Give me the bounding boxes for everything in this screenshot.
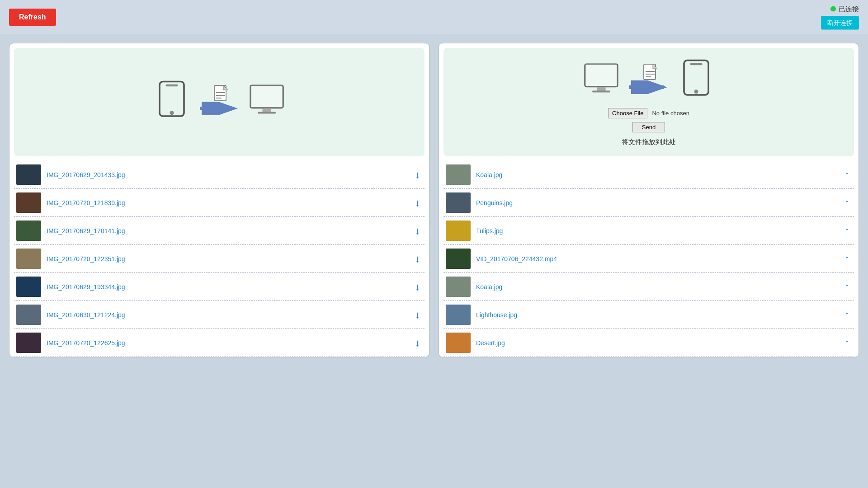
svg-rect-16	[592, 90, 610, 92]
download-icon[interactable]: ↓	[413, 169, 422, 181]
upload-icon[interactable]: ↑	[842, 309, 852, 321]
svg-rect-1	[166, 84, 178, 87]
list-item: IMG_20170629_193344.jpg ↓	[14, 273, 425, 301]
phone-icon-right	[678, 58, 714, 99]
refresh-button[interactable]: Refresh	[9, 9, 56, 26]
right-panel: Choose File No file chosen Send 将文件拖放到此处…	[439, 43, 859, 357]
left-file-list: IMG_20170629_201433.jpg ↓ IMG_20170720_1…	[9, 161, 429, 357]
svg-rect-14	[585, 64, 618, 87]
right-diagram-area: Choose File No file chosen Send 将文件拖放到此处	[443, 48, 854, 156]
download-icon[interactable]: ↓	[413, 281, 422, 293]
file-thumbnail	[16, 305, 41, 325]
choose-file-button[interactable]: Choose File	[608, 108, 647, 118]
file-name[interactable]: IMG_20170630_121224.jpg	[47, 311, 413, 319]
file-thumbnail	[16, 164, 41, 185]
file-thumbnail	[446, 192, 471, 213]
svg-point-25	[694, 89, 698, 94]
left-panel: IMG_20170629_201433.jpg ↓ IMG_20170720_1…	[9, 43, 429, 357]
file-name[interactable]: VID_20170706_224432.mp4	[476, 255, 842, 263]
right-file-list: Koala.jpg ↑ Penguins.jpg ↑ Tulips.jpg ↑ …	[439, 161, 859, 357]
download-icon[interactable]: ↓	[413, 337, 422, 349]
download-icon[interactable]: ↓	[413, 309, 422, 321]
disconnect-button[interactable]: 断开连接	[821, 16, 859, 29]
connection-status: 已连接	[830, 5, 859, 13]
file-thumbnail	[446, 164, 471, 185]
list-item: Desert.jpg ↑	[443, 329, 854, 357]
file-name[interactable]: IMG_20170629_201433.jpg	[47, 171, 413, 178]
file-thumbnail	[446, 333, 471, 353]
file-name[interactable]: IMG_20170720_122351.jpg	[47, 255, 413, 263]
svg-rect-12	[258, 112, 276, 113]
svg-rect-24	[690, 63, 703, 65]
left-diagram-area	[14, 48, 425, 156]
document-icon-right	[642, 63, 660, 85]
file-name[interactable]: IMG_20170629_170141.jpg	[47, 227, 413, 235]
file-thumbnail	[446, 249, 471, 269]
file-thumbnail	[446, 277, 471, 297]
file-thumbnail	[16, 277, 41, 297]
top-right-area: 已连接 断开连接	[821, 5, 859, 29]
list-item: Lighthouse.jpg ↑	[443, 301, 854, 329]
download-icon[interactable]: ↓	[413, 225, 422, 237]
file-name[interactable]: IMG_20170629_193344.jpg	[47, 283, 413, 291]
right-transfer-icons	[583, 58, 714, 99]
upload-row: Choose File No file chosen	[608, 108, 689, 118]
monitor-icon-right	[583, 58, 619, 99]
list-item: Tulips.jpg ↑	[443, 217, 854, 245]
download-icon[interactable]: ↓	[413, 253, 422, 265]
right-arrow-doc-area	[628, 63, 669, 94]
file-name[interactable]: Desert.jpg	[476, 339, 842, 347]
upload-icon[interactable]: ↑	[842, 169, 852, 181]
upload-area: Choose File No file chosen Send 将文件拖放到此处	[608, 108, 689, 146]
file-name[interactable]: IMG_20170720_122625.jpg	[47, 339, 413, 347]
no-file-label: No file chosen	[652, 110, 689, 117]
file-name[interactable]: Lighthouse.jpg	[476, 311, 842, 319]
list-item: Koala.jpg ↑	[443, 161, 854, 189]
upload-icon[interactable]: ↑	[842, 253, 852, 265]
status-dot-icon	[830, 6, 836, 12]
arrow-doc-area	[199, 84, 240, 115]
file-name[interactable]: Koala.jpg	[476, 171, 842, 178]
file-name[interactable]: Koala.jpg	[476, 283, 842, 291]
file-thumbnail	[446, 305, 471, 325]
upload-icon[interactable]: ↑	[842, 281, 852, 293]
svg-rect-10	[250, 85, 283, 108]
list-item: IMG_20170720_122351.jpg ↓	[14, 245, 425, 273]
file-thumbnail	[16, 249, 41, 269]
send-button[interactable]: Send	[632, 122, 665, 132]
upload-icon[interactable]: ↑	[842, 337, 852, 349]
document-icon	[212, 84, 231, 106]
upload-icon[interactable]: ↑	[842, 197, 852, 209]
list-item: Koala.jpg ↑	[443, 273, 854, 301]
file-thumbnail	[16, 221, 41, 241]
list-item: IMG_20170630_121224.jpg ↓	[14, 301, 425, 329]
main-content: IMG_20170629_201433.jpg ↓ IMG_20170720_1…	[0, 34, 868, 366]
list-item: IMG_20170629_201433.jpg ↓	[14, 161, 425, 189]
download-icon[interactable]: ↓	[413, 197, 422, 209]
drop-hint: 将文件拖放到此处	[622, 138, 676, 146]
file-thumbnail	[16, 333, 41, 353]
list-item: IMG_20170720_121839.jpg ↓	[14, 189, 425, 217]
file-name[interactable]: Tulips.jpg	[476, 227, 842, 235]
status-label: 已连接	[839, 5, 859, 13]
monitor-icon-left	[249, 80, 285, 120]
file-thumbnail	[16, 192, 41, 213]
file-thumbnail	[446, 221, 471, 241]
topbar: Refresh 已连接 断开连接	[0, 0, 868, 34]
list-item: IMG_20170720_122625.jpg ↓	[14, 329, 425, 357]
list-item: IMG_20170629_170141.jpg ↓	[14, 217, 425, 245]
list-item: Penguins.jpg ↑	[443, 189, 854, 217]
list-item: VID_20170706_224432.mp4 ↑	[443, 245, 854, 273]
phone-icon	[154, 80, 190, 120]
left-transfer-icons	[154, 80, 285, 120]
upload-icon[interactable]: ↑	[842, 225, 852, 237]
svg-point-2	[170, 111, 174, 115]
file-name[interactable]: Penguins.jpg	[476, 199, 842, 206]
file-name[interactable]: IMG_20170720_121839.jpg	[47, 199, 413, 206]
